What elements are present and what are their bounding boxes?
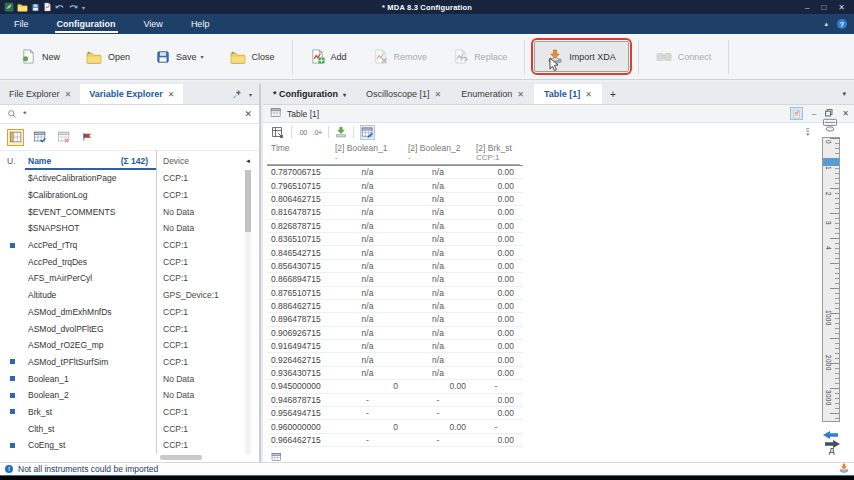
column-header-u[interactable]: U.	[0, 156, 28, 166]
variable-row[interactable]: ASMod_dvolPFltEG CCP:1	[0, 320, 245, 337]
tab-variable-explorer[interactable]: Variable Explorer ✕	[80, 84, 183, 104]
table-row[interactable]: 0.966462715 - - 0.00	[267, 434, 523, 447]
column-header-device[interactable]: Device	[156, 156, 245, 166]
info-icon[interactable]: !	[5, 465, 13, 473]
chevron-down-icon[interactable]: ▾	[343, 91, 346, 98]
panel-menu-icon[interactable]: ▾	[249, 91, 252, 98]
table-row[interactable]: 0.896478715 n/a n/a 0.00	[267, 313, 523, 326]
app-logo-icon[interactable]	[4, 2, 14, 12]
edit-table-icon[interactable]	[360, 125, 375, 140]
close-tab-icon[interactable]: ✕	[168, 90, 175, 99]
table-row[interactable]: 0.876510715 n/a n/a 0.00	[267, 287, 523, 300]
variable-row[interactable]: Boolean_1 No Data	[0, 370, 245, 387]
close-button[interactable]: ✕	[838, 3, 845, 12]
close-tab-icon[interactable]: ✕	[435, 90, 442, 99]
filter-variables-icon[interactable]	[55, 129, 72, 146]
flag-icon[interactable]	[79, 129, 96, 146]
table-row[interactable]: 0.796510715 n/a n/a 0.00	[267, 179, 523, 192]
table-row[interactable]: 0.886462715 n/a n/a 0.00	[267, 300, 523, 313]
open-button[interactable]: Open	[73, 42, 143, 72]
table-row[interactable]: 0.916494715 n/a n/a 0.00	[267, 340, 523, 353]
clear-search-icon[interactable]: ✕	[244, 109, 252, 119]
maximize-button[interactable]: □	[821, 3, 826, 12]
visible-range-thumb[interactable]	[823, 158, 839, 166]
table-row[interactable]: 0.956494715 - - 0.00	[267, 407, 523, 420]
tab-oscilloscope[interactable]: Oscilloscope [1] ✕	[356, 84, 451, 104]
table-row[interactable]: 0.926462715 n/a n/a 0.00	[267, 353, 523, 366]
connect-button[interactable]: Connect	[643, 41, 725, 72]
menu-file[interactable]: File	[0, 14, 43, 34]
close-tab-icon[interactable]: ✕	[517, 90, 524, 99]
sync-pin-icon[interactable]: Д	[829, 446, 834, 455]
instrument-minimize-button[interactable]: –	[812, 109, 816, 118]
table-row[interactable]: 0.806462715 n/a n/a 0.00	[267, 193, 523, 206]
table-row[interactable]: 0.960000000 0 0.00 -	[267, 420, 523, 433]
menu-help[interactable]: Help	[177, 14, 224, 34]
variable-row[interactable]: CoEng_st CCP:1	[0, 437, 245, 454]
variable-row[interactable]: Clth_st CCP:1	[0, 420, 245, 437]
instrument-list-icon[interactable]	[790, 107, 803, 120]
save-button[interactable]: Save ▾	[143, 42, 217, 72]
variable-row[interactable]: Altitude GPS_Device:1	[0, 287, 245, 304]
column-header-name[interactable]: Name (Σ 142)	[28, 156, 156, 166]
variable-row[interactable]: $ActiveCalibrationPage CCP:1	[0, 170, 245, 187]
export-file-icon[interactable]	[43, 2, 52, 12]
time-slider-mode-icon[interactable]	[822, 118, 838, 136]
increase-decimals-button[interactable]: .0+	[313, 129, 322, 136]
close-tab-icon[interactable]: ✕	[585, 90, 592, 99]
decrease-decimals-button[interactable]: .00	[298, 129, 307, 136]
import-status-icon[interactable]	[839, 463, 849, 475]
close-config-button[interactable]: Close	[217, 42, 288, 72]
variable-row[interactable]: AccPed_rTrq CCP:1	[0, 237, 245, 254]
search-input[interactable]	[23, 109, 238, 119]
instrument-close-button[interactable]: ✕	[842, 109, 849, 118]
new-button[interactable]: New	[8, 41, 73, 72]
variable-row[interactable]: ASMod_dmExhMnfDs CCP:1	[0, 304, 245, 321]
variable-row[interactable]: ASMod_rO2EG_mp CCP:1	[0, 337, 245, 354]
table-row[interactable]: 0.846542715 n/a n/a 0.00	[267, 246, 523, 259]
open-file-icon[interactable]	[17, 2, 28, 12]
variable-list-horizontal-scrollbar[interactable]	[0, 455, 245, 461]
add-instrument-button[interactable]: Add	[297, 41, 360, 72]
column-header-boolean2[interactable]: [2] Boolean_2 -	[404, 141, 472, 165]
remove-instrument-button[interactable]: Remove	[360, 41, 441, 72]
variable-row[interactable]: ASMod_tPFltSurfSim CCP:1	[0, 354, 245, 371]
variable-row[interactable]: Brk_st CCP:1	[0, 404, 245, 421]
show-all-variables-icon[interactable]	[7, 129, 24, 146]
undo-icon[interactable]	[55, 3, 65, 12]
pin-panel-icon[interactable]	[232, 85, 242, 103]
table-row[interactable]: 0.816478715 n/a n/a 0.00	[267, 206, 523, 219]
export-table-icon[interactable]	[335, 126, 347, 139]
table-row[interactable]: 0.906926715 n/a n/a 0.00	[267, 327, 523, 340]
ruler-options-icon[interactable]: ≡▾	[806, 128, 810, 136]
help-icon[interactable]: ?	[837, 19, 847, 29]
table-row[interactable]: 0.836510715 n/a n/a 0.00	[267, 233, 523, 246]
redo-icon[interactable]	[68, 3, 78, 12]
scrollbar-thumb[interactable]	[160, 455, 202, 460]
tab-configuration[interactable]: * Configuration ▾	[263, 84, 356, 104]
replace-instrument-button[interactable]: Replace	[440, 41, 520, 72]
table-row[interactable]: 0.945000000 0 0.00 -	[267, 380, 523, 393]
goto-time-icon[interactable]	[270, 125, 285, 140]
variable-row[interactable]: $EVENT_COMMENTS No Data	[0, 203, 245, 220]
tab-file-explorer[interactable]: File Explorer ✕	[0, 84, 80, 104]
qat-customize-icon[interactable]: ▾	[82, 4, 85, 11]
table-row[interactable]: 0.787006715 n/a n/a 0.00	[267, 166, 523, 179]
table-row[interactable]: 0.856430715 n/a n/a 0.00	[267, 260, 523, 273]
tab-table[interactable]: Table [1] ✕	[534, 84, 602, 104]
menu-view[interactable]: View	[130, 14, 177, 34]
variable-list-vertical-scrollbar[interactable]	[245, 170, 251, 454]
variable-row[interactable]: $CalibrationLog CCP:1	[0, 187, 245, 204]
show-assigned-variables-icon[interactable]	[31, 129, 48, 146]
save-dropdown-caret-icon[interactable]: ▾	[201, 53, 204, 60]
variable-row[interactable]: Boolean_2 No Data	[0, 387, 245, 404]
table-row[interactable]: 0.826878715 n/a n/a 0.00	[267, 220, 523, 233]
minimize-button[interactable]: –	[805, 3, 809, 12]
variable-row[interactable]: AccPed_trqDes CCP:1	[0, 253, 245, 270]
time-ruler[interactable]: 0 1 2 3 4 1000 2000 3000	[822, 137, 840, 422]
scrollbar-thumb[interactable]	[245, 170, 251, 232]
table-row[interactable]: 0.946878715 - - 0.00	[267, 394, 523, 407]
column-header-time[interactable]: Time	[267, 141, 331, 165]
column-header-boolean1[interactable]: [2] Boolean_1 -	[331, 141, 404, 165]
variable-row[interactable]: $SNAPSHOT No Data	[0, 220, 245, 237]
